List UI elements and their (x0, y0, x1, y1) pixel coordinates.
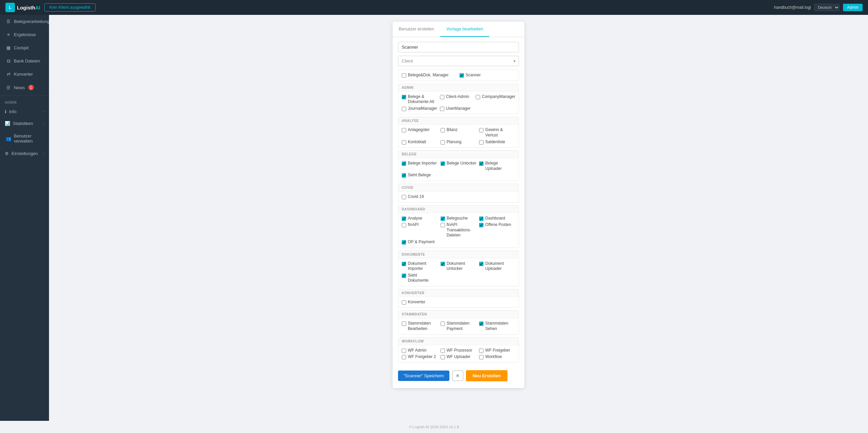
info-icon: ℹ (5, 109, 6, 114)
perm-grid: Konverter (398, 297, 519, 308)
perm-item[interactable]: finAPI (402, 222, 438, 238)
perm-item[interactable]: Sieht Belege (402, 173, 438, 178)
sidebar-item-bank-dateien[interactable]: ⊟ Bank Dateien (0, 54, 49, 68)
perm-item[interactable]: Kontoblatt (402, 139, 438, 145)
perm-item[interactable]: Konverter (402, 300, 438, 305)
language-select[interactable]: Deutsch English (814, 4, 840, 11)
main-content: Benutzer erstellen Vorlage bearbeiten Cl… (49, 15, 868, 421)
perm-item[interactable]: Client-Admin (440, 94, 473, 105)
cancel-button[interactable]: ✕ (452, 371, 463, 381)
no-client-button[interactable]: Kein Klient ausgewählt (44, 3, 95, 11)
perm-item[interactable]: Stammdaten Sehen (479, 321, 515, 331)
form-body: Client ▾ Belege&Dok. Manager Scanner (393, 37, 524, 363)
sidebar-item-label: Konverter (14, 72, 33, 77)
perm-item[interactable]: OP & Payment (402, 239, 438, 245)
sidebar: ☰ Belegverarbeitung ≡ Ergebnisse ▦ Cockp… (0, 15, 49, 421)
sidebar-item-benutzer-verwalten[interactable]: 👥 Benutzer verwalten (0, 129, 49, 148)
perm-item[interactable]: Scanner (460, 73, 515, 78)
tab-benutzer-erstellen[interactable]: Benutzer erstellen (393, 22, 440, 37)
perm-item[interactable]: Anlagegüter (402, 127, 438, 138)
perm-item[interactable]: Dokument Uploader (479, 261, 515, 272)
perm-grid: Covid 19 (398, 192, 519, 202)
tab-vorlage-bearbeiten[interactable]: Vorlage bearbeiten (440, 22, 489, 37)
admin-section-label: ADMIN (0, 97, 49, 106)
user-email: handbuch@mail.logi (774, 5, 811, 10)
sidebar-item-label: Statistiken (13, 121, 33, 126)
sidebar-item-statistiken[interactable]: 📊 Statistiken › (0, 118, 49, 129)
perm-section-belege: BELEGE Belege Importer Belege Unlocker B… (398, 150, 519, 181)
perm-item[interactable]: Belege&Dok. Manager (402, 73, 457, 78)
perm-item[interactable]: Saldenliste (479, 139, 515, 145)
perm-item[interactable]: CompanyManager (476, 94, 515, 105)
perm-grid: WF Admin WF Prozessor WF Freigeber WF Fr… (398, 345, 519, 362)
perm-item[interactable]: Sieht Dokumente (402, 273, 438, 283)
admin-button[interactable]: Admin (843, 4, 863, 11)
sidebar-item-belegverarbeitung[interactable]: ☰ Belegverarbeitung (0, 15, 49, 28)
perm-item[interactable]: UserManager (440, 106, 473, 111)
perm-item[interactable]: Stammdaten Payment (441, 321, 477, 331)
perm-item[interactable]: WF Freigeber (479, 348, 515, 353)
perm-section-covid: COVID Covid 19 (398, 184, 519, 203)
top-checkboxes: Belege&Dok. Manager Scanner (398, 70, 519, 81)
sidebar-item-info[interactable]: ℹ Info › (0, 106, 49, 118)
save-button[interactable]: "Scanner" Speichern (398, 371, 449, 381)
neu-erstellen-button[interactable]: Neu Erstellen (466, 370, 507, 381)
perm-item[interactable]: Bilanz (441, 127, 477, 138)
perm-item[interactable]: WF Freigeber 2 (402, 354, 438, 360)
perm-section-header: DASHBOARD (398, 206, 519, 213)
news-badge: 1 (28, 85, 34, 90)
perm-section-header: ANALYSE (398, 117, 519, 125)
sidebar-item-label: Info (9, 109, 17, 114)
sidebar-item-konverter[interactable]: ⇄ Konverter (0, 68, 49, 81)
perm-item[interactable]: Covid 19 (402, 194, 438, 200)
perm-item[interactable]: Belegsuche (441, 216, 477, 221)
topbar-left: L LogisthAI Kein Klient ausgewählt (5, 3, 96, 12)
name-input[interactable] (398, 42, 519, 52)
sidebar-item-label: Einstellungen (11, 151, 38, 156)
perm-section-header: STAMMDATEN (398, 311, 519, 318)
perm-item[interactable]: Planung (441, 139, 477, 145)
perm-section-header: KONVERTER (398, 289, 519, 297)
perm-item[interactable]: Belege Importer (402, 161, 438, 171)
perm-item[interactable]: WF Prozessor (441, 348, 477, 353)
perm-grid: Stammdaten Bearbeiten Stammdaten Payment… (398, 318, 519, 334)
perm-item[interactable]: Dokument Importer (402, 261, 438, 272)
perm-item[interactable]: Dokument Unlocker (441, 261, 477, 272)
perm-item[interactable]: Stammdaten Bearbeiten (402, 321, 438, 331)
perm-item[interactable]: Belege Unlocker (441, 161, 477, 171)
sidebar-item-cockpit[interactable]: ▦ Cockpit (0, 41, 49, 54)
sidebar-divider (0, 96, 49, 96)
cockpit-icon: ▦ (6, 45, 11, 50)
sidebar-item-label: Benutzer verwalten (14, 133, 44, 144)
sidebar-item-news[interactable]: ☰ News 1 (0, 81, 49, 94)
top-checkboxes-grid: Belege&Dok. Manager Scanner (398, 70, 519, 81)
logo-icon: L (5, 3, 15, 12)
perm-section-admin: ADMIN Belege & Dokumente Alt Client-Admi… (398, 84, 519, 114)
einstellungen-icon: ⚙ (5, 151, 9, 156)
form-tabs: Benutzer erstellen Vorlage bearbeiten (393, 22, 524, 37)
sidebar-item-label: Ergebnisse (14, 32, 36, 37)
perm-item[interactable]: WF Uploader (441, 354, 477, 360)
perm-section-workflow: WORKFLOW WF Admin WF Prozessor WF Freige… (398, 337, 519, 363)
perm-item[interactable]: Workflow (479, 354, 515, 360)
sidebar-item-ergebnisse[interactable]: ≡ Ergebnisse (0, 28, 49, 41)
perm-item[interactable]: Analyse (402, 216, 438, 221)
statistiken-icon: 📊 (5, 121, 10, 126)
perm-item[interactable]: Offene Posten (479, 222, 515, 238)
perm-item[interactable]: WF Admin (402, 348, 438, 353)
perm-item[interactable]: Dashboard (479, 216, 515, 221)
perm-item[interactable]: Belege Uploader (479, 161, 515, 171)
perm-item[interactable]: JournalManager (402, 106, 437, 111)
logo: L LogisthAI (5, 3, 40, 12)
topbar-right: handbuch@mail.logi Deutsch English Admin (774, 4, 863, 11)
form-footer: "Scanner" Speichern ✕ Neu Erstellen (393, 365, 524, 381)
konverter-icon: ⇄ (6, 72, 11, 77)
chevron-right-icon: › (43, 110, 44, 113)
perm-item[interactable]: Gewinn & Verlust (479, 127, 515, 138)
perm-item[interactable]: Belege & Dokumente Alt (402, 94, 437, 105)
perm-item[interactable]: finAPI Transaktions-Dateien (441, 222, 477, 238)
client-select[interactable]: Client (398, 56, 519, 66)
sidebar-item-einstellungen[interactable]: ⚙ Einstellungen › (0, 148, 49, 159)
perm-section-analyse: ANALYSE Anlagegüter Bilanz Gewinn & Verl… (398, 117, 519, 148)
perm-section-konverter: KONVERTER Konverter (398, 289, 519, 308)
